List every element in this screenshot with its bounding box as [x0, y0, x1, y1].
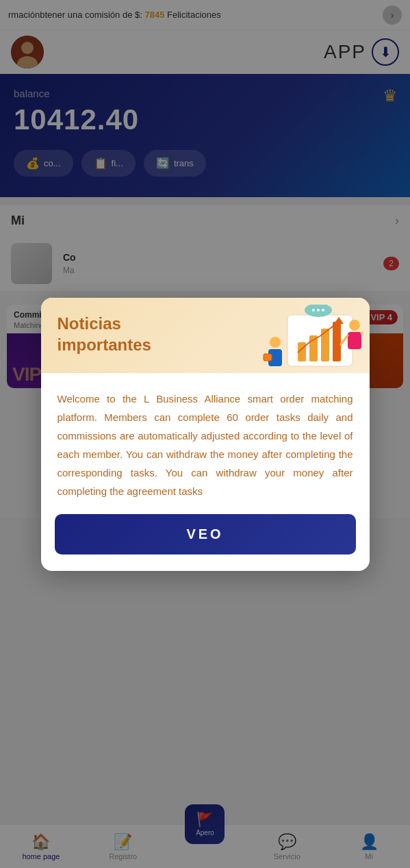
svg-rect-14 [348, 332, 361, 349]
svg-line-16 [361, 329, 363, 333]
svg-point-17 [270, 337, 281, 348]
svg-point-10 [312, 309, 315, 311]
modal-body: Welcome to the L Business Alliance smart… [41, 373, 370, 514]
svg-point-12 [322, 309, 324, 311]
modal-header: Noticias importantes [41, 298, 370, 373]
modal-illustration [260, 305, 363, 380]
svg-rect-6 [321, 329, 329, 361]
svg-rect-7 [333, 322, 341, 361]
svg-point-13 [349, 320, 360, 331]
modal-title: Noticias importantes [57, 313, 208, 355]
modal-dialog: Noticias importantes [41, 298, 370, 571]
modal-veo-button[interactable]: VEO [55, 514, 356, 554]
modal-overlay: Noticias importantes [0, 0, 410, 868]
svg-point-11 [317, 309, 320, 311]
svg-rect-19 [264, 354, 272, 361]
modal-body-text: Welcome to the L Business Alliance smart… [57, 390, 353, 500]
